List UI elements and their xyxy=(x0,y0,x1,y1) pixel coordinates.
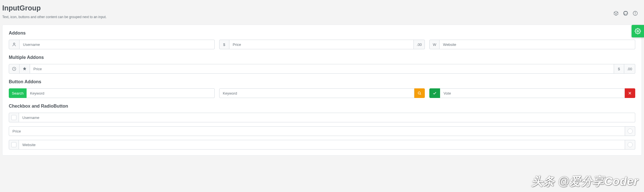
keyword1-input[interactable] xyxy=(27,88,214,98)
search-button[interactable]: Search xyxy=(9,88,27,98)
svg-line-7 xyxy=(420,94,421,95)
user-icon xyxy=(9,40,20,49)
website-checkbox-wrap xyxy=(9,140,19,150)
svg-point-6 xyxy=(418,92,421,94)
multiple-group: $ .00 xyxy=(9,64,635,74)
vote-group xyxy=(429,88,635,98)
price-radio-wrap xyxy=(625,126,635,136)
section-checkbox-title: Checkbox and RadioButton xyxy=(9,104,635,109)
website-radio-wrap xyxy=(625,140,635,150)
website-radio[interactable] xyxy=(628,142,633,147)
dollar-prefix: $ xyxy=(219,40,229,49)
checkbox-website-group xyxy=(9,140,635,150)
page-title: InputGroup xyxy=(2,4,107,12)
svg-point-4 xyxy=(13,43,15,44)
website-group: W xyxy=(429,40,635,49)
github-icon[interactable] xyxy=(623,11,628,16)
decimal-suffix: .00 xyxy=(414,40,425,49)
codesandbox-icon[interactable] xyxy=(613,11,619,16)
search-icon-button[interactable] xyxy=(414,88,425,98)
price-radio[interactable] xyxy=(628,129,633,134)
price-input[interactable] xyxy=(229,40,414,49)
radio-price-input[interactable] xyxy=(9,126,625,136)
clock-icon xyxy=(9,64,20,74)
vote-input[interactable] xyxy=(440,88,625,98)
checkbox-website-input[interactable] xyxy=(19,140,625,150)
checkbox-username-group xyxy=(9,113,635,122)
keyword2-input[interactable] xyxy=(219,88,415,98)
username-checkbox[interactable] xyxy=(11,115,16,120)
close-icon-button[interactable] xyxy=(625,88,635,98)
multiple-dollar-suffix: $ xyxy=(614,64,624,74)
star-icon xyxy=(20,64,30,74)
section-addons-title: Addons xyxy=(9,31,635,36)
settings-fab[interactable] xyxy=(632,25,644,37)
page-subtitle: Text, icon, buttons and other content ca… xyxy=(2,15,107,19)
username-checkbox-wrap xyxy=(9,113,19,122)
radio-price-group xyxy=(9,126,635,136)
username-input[interactable] xyxy=(20,40,215,49)
demo-card: Addons $ .00 W xyxy=(2,25,642,155)
price-group: $ .00 xyxy=(219,40,425,49)
search-icon-group xyxy=(219,88,425,98)
checkbox-username-input[interactable] xyxy=(19,113,635,122)
svg-point-10 xyxy=(637,30,639,32)
section-button-title: Button Addons xyxy=(9,79,635,84)
multiple-decimal-suffix: .00 xyxy=(624,64,635,74)
website-prefix: W xyxy=(429,40,440,49)
svg-point-3 xyxy=(635,12,635,12)
check-icon-button[interactable] xyxy=(429,88,440,98)
section-multiple-title: Multiple Addons xyxy=(9,55,635,60)
website-input[interactable] xyxy=(440,40,635,49)
info-icon[interactable] xyxy=(633,11,638,16)
username-group xyxy=(9,40,215,49)
website-checkbox[interactable] xyxy=(11,142,16,147)
search-group: Search xyxy=(9,88,215,98)
multiple-price-input[interactable] xyxy=(30,64,614,74)
